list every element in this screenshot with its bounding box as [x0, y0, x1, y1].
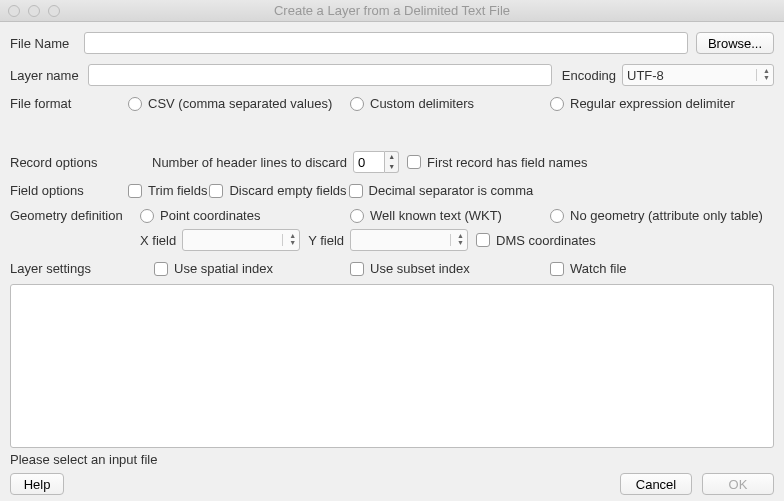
checkbox-icon	[154, 262, 168, 276]
status-message: Please select an input file	[10, 452, 774, 467]
radio-wkt[interactable]: Well known text (WKT)	[350, 208, 550, 223]
discard-empty-label: Discard empty fields	[229, 183, 346, 198]
radio-regex-delimiter[interactable]: Regular expression delimiter	[550, 96, 735, 111]
xfield-label: X field	[140, 233, 176, 248]
num-header-label: Number of header lines to discard	[152, 155, 347, 170]
window-title: Create a Layer from a Delimited Text Fil…	[0, 3, 784, 18]
radio-no-geometry[interactable]: No geometry (attribute only table)	[550, 208, 763, 223]
checkbox-icon	[349, 184, 363, 198]
field-options-label: Field options	[10, 183, 128, 198]
check-watch-file[interactable]: Watch file	[550, 261, 627, 276]
encoding-value: UTF-8	[627, 68, 664, 83]
layer-name-label: Layer name	[10, 68, 88, 83]
num-header-input[interactable]	[353, 151, 385, 173]
radio-icon	[350, 97, 364, 111]
file-name-input[interactable]	[84, 32, 688, 54]
check-dms-coordinates[interactable]: DMS coordinates	[476, 233, 596, 248]
check-subset-index[interactable]: Use subset index	[350, 261, 550, 276]
yfield-select[interactable]: ▲▼	[350, 229, 468, 251]
radio-regex-label: Regular expression delimiter	[570, 96, 735, 111]
check-discard-empty[interactable]: Discard empty fields	[209, 183, 346, 198]
dms-label: DMS coordinates	[496, 233, 596, 248]
check-spatial-index[interactable]: Use spatial index	[154, 261, 350, 276]
xfield-select[interactable]: ▲▼	[182, 229, 300, 251]
trim-label: Trim fields	[148, 183, 207, 198]
checkbox-icon	[350, 262, 364, 276]
radio-icon	[550, 97, 564, 111]
record-options-label: Record options	[10, 155, 152, 170]
cancel-button[interactable]: Cancel	[620, 473, 692, 495]
checkbox-icon	[209, 184, 223, 198]
spinner-buttons[interactable]: ▲▼	[385, 151, 399, 173]
geometry-definition-label: Geometry definition	[10, 208, 140, 223]
ok-button[interactable]: OK	[702, 473, 774, 495]
radio-icon	[128, 97, 142, 111]
check-trim-fields[interactable]: Trim fields	[128, 183, 207, 198]
help-button[interactable]: Help	[10, 473, 64, 495]
check-first-record[interactable]: First record has field names	[407, 155, 587, 170]
browse-button[interactable]: Browse...	[696, 32, 774, 54]
num-header-spinner[interactable]: ▲▼	[353, 151, 399, 173]
radio-csv-label: CSV (comma separated values)	[148, 96, 332, 111]
radio-icon	[550, 209, 564, 223]
radio-custom-delimiters[interactable]: Custom delimiters	[350, 96, 550, 111]
checkbox-icon	[476, 233, 490, 247]
layer-name-input[interactable]	[88, 64, 552, 86]
spatial-index-label: Use spatial index	[174, 261, 273, 276]
first-record-label: First record has field names	[427, 155, 587, 170]
layer-settings-label: Layer settings	[10, 261, 154, 276]
wkt-label: Well known text (WKT)	[370, 208, 502, 223]
file-format-label: File format	[10, 96, 128, 111]
point-label: Point coordinates	[160, 208, 260, 223]
checkbox-icon	[128, 184, 142, 198]
subset-index-label: Use subset index	[370, 261, 470, 276]
radio-custom-label: Custom delimiters	[370, 96, 474, 111]
no-geometry-label: No geometry (attribute only table)	[570, 208, 763, 223]
encoding-label: Encoding	[562, 68, 616, 83]
check-decimal-comma[interactable]: Decimal separator is comma	[349, 183, 534, 198]
file-name-label: File Name	[10, 36, 84, 51]
close-icon[interactable]	[8, 5, 20, 17]
decimal-comma-label: Decimal separator is comma	[369, 183, 534, 198]
minimize-icon[interactable]	[28, 5, 40, 17]
titlebar: Create a Layer from a Delimited Text Fil…	[0, 0, 784, 22]
radio-icon	[350, 209, 364, 223]
radio-point-coordinates[interactable]: Point coordinates	[140, 208, 350, 223]
zoom-icon[interactable]	[48, 5, 60, 17]
watch-file-label: Watch file	[570, 261, 627, 276]
checkbox-icon	[407, 155, 421, 169]
checkbox-icon	[550, 262, 564, 276]
encoding-select[interactable]: UTF-8 ▲▼	[622, 64, 774, 86]
yfield-label: Y field	[308, 233, 344, 248]
radio-csv[interactable]: CSV (comma separated values)	[128, 96, 350, 111]
radio-icon	[140, 209, 154, 223]
preview-area	[10, 284, 774, 448]
window-controls	[0, 5, 60, 17]
